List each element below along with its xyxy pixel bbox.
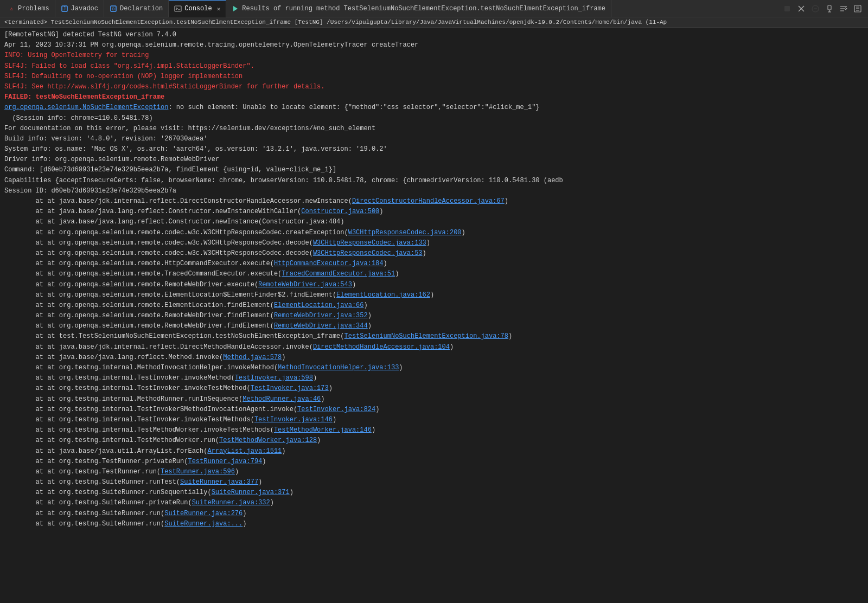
- console-line: at at java.base/jdk.internal.reflect.Dir…: [4, 196, 864, 207]
- svg-marker-6: [233, 6, 238, 11]
- stack-link[interactable]: SuiteRunner.java:332: [192, 499, 270, 506]
- svg-rect-12: [828, 5, 831, 10]
- stack-link[interactable]: HttpCommandExecutor.java:184: [274, 260, 384, 267]
- tab-javadoc[interactable]: J Javadoc: [55, 0, 104, 17]
- stack-link[interactable]: TestMethodWorker.java:146: [274, 426, 372, 434]
- exception-link[interactable]: org.openqa.selenium.NoSuchElementExcepti…: [4, 104, 168, 111]
- console-line: at at java.base/jdk.internal.reflect.Dir…: [4, 342, 864, 352]
- stack-link[interactable]: TestInvoker.java:824: [297, 406, 375, 413]
- stack-link[interactable]: ArrayList.java:1511: [207, 447, 282, 455]
- stack-link[interactable]: DirectConstructorHandleAccessor.java:67: [352, 197, 505, 205]
- terminated-text: <terminated> TestSeleniumNoSuchElementEx…: [4, 19, 667, 25]
- toolbar-btn-remove[interactable]: [809, 3, 821, 15]
- stack-link[interactable]: TestMethodWorker.java:128: [219, 437, 317, 444]
- console-line: at at java.base/java.util.ArrayList.forE…: [4, 446, 864, 457]
- console-line: Command: [d60eb73d60931e23e74e329b5eea2b…: [4, 165, 864, 175]
- console-line: (Session info: chrome=110.0.5481.78): [4, 113, 864, 124]
- stack-link[interactable]: TestInvoker.java:173: [251, 384, 329, 392]
- toolbar-btn-wrap[interactable]: [838, 3, 850, 15]
- stack-link[interactable]: DirectMethodHandleAccessor.java:104: [313, 343, 450, 351]
- console-line: at at org.testng.SuiteRunner.run(SuiteRu…: [4, 519, 864, 529]
- tab-problems-label: Problems: [18, 5, 49, 12]
- console-line: at at org.testng.internal.TestInvoker.in…: [4, 383, 864, 394]
- console-line: at at org.testng.internal.TestInvoker.in…: [4, 415, 864, 425]
- console-line: FAILED: testNoSuchElementException_ifram…: [4, 92, 864, 102]
- stack-link[interactable]: TestInvoker.java:146: [254, 416, 333, 424]
- console-line: at at org.testng.internal.TestInvoker.in…: [4, 373, 864, 383]
- console-line: at at org.openqa.selenium.remote.Element…: [4, 300, 864, 311]
- toolbar-btn-1[interactable]: [781, 3, 793, 15]
- toolbar-btn-scroll[interactable]: [852, 3, 864, 15]
- stack-link[interactable]: RemoteWebDriver.java:344: [274, 322, 368, 330]
- console-line: at at java.base/java.lang.reflect.Constr…: [4, 217, 864, 227]
- console-line: at at org.openqa.selenium.remote.TracedC…: [4, 269, 864, 279]
- stack-link[interactable]: MethodRunner.java:46: [242, 395, 321, 403]
- tab-problems[interactable]: ⚠ Problems: [2, 0, 55, 17]
- console-line: Build info: version: '4.8.0', revision: …: [4, 134, 864, 144]
- tab-declaration-label: Declaration: [120, 5, 163, 12]
- stack-link[interactable]: TestRunner.java:794: [188, 458, 262, 465]
- console-line: org.openqa.selenium.NoSuchElementExcepti…: [4, 102, 864, 113]
- stack-link[interactable]: Method.java:578: [223, 354, 282, 361]
- tab-console[interactable]: Console ✕: [169, 0, 226, 17]
- console-output: [RemoteTestNG] detected TestNG version 7…: [0, 28, 868, 594]
- console-line: at at org.testng.SuiteRunner.run(SuiteRu…: [4, 509, 864, 519]
- stack-link[interactable]: Constructor.java:500: [301, 208, 379, 215]
- stack-link[interactable]: TracedCommandExecutor.java:51: [282, 270, 395, 278]
- terminated-banner: <terminated> TestSeleniumNoSuchElementEx…: [0, 17, 868, 28]
- console-icon: [174, 5, 182, 12]
- console-line: [RemoteTestNG] detected TestNG version 7…: [4, 30, 864, 40]
- problems-icon: ⚠: [8, 5, 15, 12]
- svg-text:J: J: [63, 7, 66, 11]
- console-line: at at org.testng.internal.TestMethodWork…: [4, 435, 864, 446]
- stack-link[interactable]: RemoteWebDriver.java:543: [258, 281, 352, 288]
- stack-link[interactable]: SuiteRunner.java:377: [180, 478, 258, 486]
- console-close-icon[interactable]: ✕: [217, 5, 221, 12]
- console-line: at at org.testng.internal.TestMethodWork…: [4, 425, 864, 435]
- console-line: at at org.testng.internal.MethodRunner.r…: [4, 394, 864, 405]
- console-line: at at java.base/java.lang.reflect.Constr…: [4, 207, 864, 217]
- console-line: Session ID: d60eb73d60931e23e74e329b5eea…: [4, 186, 864, 196]
- console-line: INFO: Using OpenTelemetry for tracing: [4, 50, 864, 61]
- console-line: For documentation on this error, please …: [4, 124, 864, 134]
- svg-text:D: D: [112, 7, 114, 11]
- declaration-icon: D: [110, 5, 117, 12]
- console-line: at at org.testng.SuiteRunner.privateRun(…: [4, 498, 864, 508]
- tab-results[interactable]: Results of running method TestSeleniumNo…: [226, 0, 611, 17]
- stack-link[interactable]: TestInvoker.java:598: [235, 374, 313, 382]
- stack-link[interactable]: RemoteWebDriver.java:352: [274, 312, 368, 319]
- stack-link[interactable]: W3CHttpResponseCodec.java:53: [313, 249, 423, 257]
- console-line: Driver info: org.openqa.selenium.remote.…: [4, 155, 864, 165]
- console-line: at at org.openqa.selenium.remote.RemoteW…: [4, 280, 864, 290]
- console-line: SLF4J: See http://www.slf4j.org/codes.ht…: [4, 82, 864, 92]
- console-line: at at java.base/java.lang.reflect.Method…: [4, 352, 864, 363]
- console-line: at at org.openqa.selenium.remote.codec.w…: [4, 248, 864, 259]
- console-line: at at org.testng.TestRunner.privateRun(T…: [4, 457, 864, 467]
- console-line: at at org.openqa.selenium.remote.RemoteW…: [4, 311, 864, 321]
- console-line: at at org.openqa.selenium.remote.codec.w…: [4, 228, 864, 238]
- stack-link[interactable]: SuiteRunner.java:...: [164, 520, 242, 528]
- console-line: at at org.openqa.selenium.remote.HttpCom…: [4, 259, 864, 269]
- stack-link[interactable]: W3CHttpResponseCodec.java:200: [348, 229, 462, 236]
- tab-results-label: Results of running method TestSeleniumNo…: [242, 5, 605, 12]
- stack-link[interactable]: SuiteRunner.java:276: [164, 510, 242, 517]
- stack-link[interactable]: W3CHttpResponseCodec.java:133: [313, 239, 426, 247]
- stack-link[interactable]: ElementLocation.java:162: [336, 291, 430, 299]
- toolbar-btn-pin[interactable]: [824, 3, 835, 15]
- stack-link[interactable]: TestSeleniumNoSuchElementException.java:…: [344, 332, 508, 340]
- tab-declaration[interactable]: D Declaration: [104, 0, 169, 17]
- stack-link[interactable]: ElementLocation.java:66: [274, 302, 364, 309]
- tab-javadoc-label: Javadoc: [71, 5, 98, 12]
- stack-link[interactable]: SuiteRunner.java:371: [212, 489, 290, 496]
- stack-link[interactable]: TestRunner.java:596: [161, 468, 235, 476]
- tab-console-label: Console: [184, 5, 212, 12]
- console-line: at at org.testng.SuiteRunner.runSequenti…: [4, 487, 864, 498]
- console-line: SLF4J: Failed to load class "org.slf4j.i…: [4, 61, 864, 72]
- results-icon: [232, 5, 239, 12]
- console-line: at at org.testng.TestRunner.run(TestRunn…: [4, 467, 864, 477]
- toolbar-buttons: [781, 3, 866, 15]
- stack-link[interactable]: MethodInvocationHelper.java:133: [278, 364, 399, 371]
- console-line: at at org.testng.SuiteRunner.runTest(Sui…: [4, 477, 864, 487]
- javadoc-icon: J: [61, 5, 68, 12]
- toolbar-btn-close[interactable]: [795, 3, 807, 15]
